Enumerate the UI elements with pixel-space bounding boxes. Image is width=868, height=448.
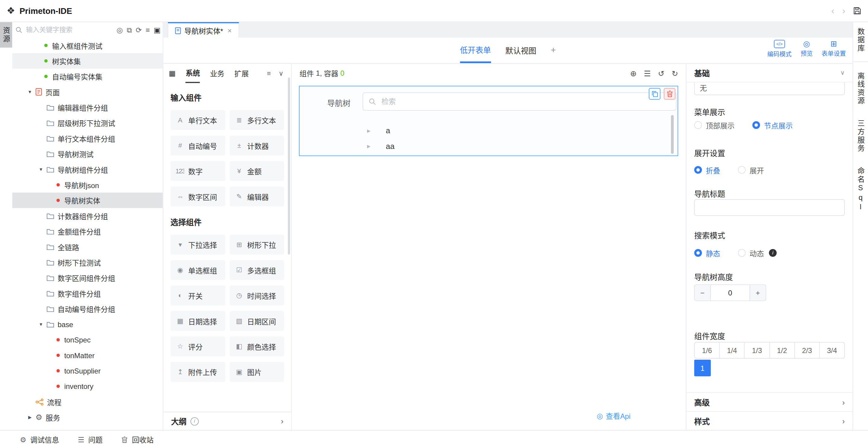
width-option[interactable]: 1/4 — [720, 342, 745, 358]
width-option[interactable]: 1/2 — [770, 342, 795, 358]
grid-icon[interactable]: ▦ — [169, 69, 176, 77]
document-tab[interactable]: 导航树实体* × — [168, 22, 239, 37]
rail-tab-named-sql[interactable]: 命名Sql — [855, 164, 866, 217]
tree-item[interactable]: 树形下拉测试 — [12, 254, 162, 270]
radio-option[interactable]: 动态i — [738, 248, 777, 258]
inspector-section-basic[interactable]: 基础 ∨ — [686, 64, 852, 82]
tree-item[interactable]: 树实体集 — [12, 53, 162, 68]
nav-title-input[interactable] — [694, 199, 845, 216]
inspector-section-advanced[interactable]: 高级 › — [686, 392, 852, 411]
palette-tab-extension[interactable]: 扩展 — [234, 64, 249, 83]
tree-item[interactable]: ▼ 导航树组件分组 — [12, 162, 162, 177]
save-icon[interactable] — [853, 7, 862, 15]
palette-item[interactable]: ▦日期选择 — [170, 311, 225, 331]
code-mode-button[interactable]: </> 编码模式 — [767, 40, 792, 58]
filter-icon[interactable]: ≡ — [146, 26, 150, 33]
palette-item[interactable]: ◧颜色选择 — [229, 337, 284, 356]
outline-bar[interactable]: 大纲 i › — [163, 412, 291, 430]
palette-item[interactable]: ☆评分 — [170, 337, 225, 356]
tree-item[interactable]: 层级树形下拉测试 — [12, 115, 162, 131]
info-icon[interactable]: i — [769, 249, 777, 257]
explorer-search-input[interactable] — [25, 25, 87, 34]
nav-tree-node[interactable]: ▶a — [363, 123, 671, 138]
tree-item[interactable]: inventory — [12, 378, 162, 394]
component-scrollbar[interactable] — [671, 115, 674, 154]
palette-item[interactable]: ▾下拉选择 — [170, 234, 225, 254]
radio-option[interactable]: 顶部展示 — [694, 120, 735, 130]
tree-item[interactable]: 导航树测试 — [12, 146, 162, 162]
palette-item[interactable]: ◐开关 — [170, 286, 225, 306]
width-option[interactable]: 1/6 — [694, 342, 720, 358]
inspector-section-style[interactable]: 样式 › — [686, 411, 852, 430]
width-option[interactable]: 3/4 — [820, 342, 845, 358]
width-option[interactable]: 1/3 — [745, 342, 770, 358]
palette-item[interactable]: ≣多行文本 — [229, 110, 284, 130]
tree-item[interactable]: 数字区间组件分组 — [12, 270, 162, 286]
palette-item[interactable]: A单行文本 — [170, 110, 225, 130]
chevron-right-icon[interactable]: ▶ — [27, 415, 33, 420]
tree-item[interactable]: 自动编号组件分组 — [12, 301, 162, 317]
tree-item-process[interactable]: 流程 — [12, 394, 162, 409]
menu-icon[interactable]: ≡ — [267, 69, 271, 77]
palette-item[interactable]: ↥附件上传 — [170, 362, 225, 382]
radio-option-selected[interactable]: 节点展示 — [752, 120, 793, 130]
palette-item[interactable]: ▧日期区间 — [229, 311, 284, 331]
tree-item-selected[interactable]: 导航树实体 — [12, 193, 162, 208]
tree-item[interactable]: 导航树json — [12, 177, 162, 192]
radio-option[interactable]: 展开 — [738, 165, 764, 175]
tree-list-icon[interactable]: ☰ — [644, 69, 651, 78]
delete-component-button[interactable] — [664, 88, 676, 100]
tree-item[interactable]: tonMatter — [12, 348, 162, 363]
chevron-down-icon[interactable]: ▼ — [27, 89, 33, 94]
palette-item[interactable]: ◷时间选择 — [229, 286, 284, 306]
tree-item[interactable]: 数字组件分组 — [12, 286, 162, 301]
palette-item[interactable]: 123数字 — [170, 161, 225, 181]
copy-component-button[interactable] — [649, 88, 660, 100]
rail-tab-database[interactable]: 数据库 — [855, 24, 866, 58]
package-icon[interactable]: ⧉ — [127, 26, 132, 33]
tree-item[interactable]: tonSpec — [12, 332, 162, 347]
view-tab-default-view[interactable]: 默认视图 — [505, 38, 536, 63]
close-icon[interactable]: × — [228, 26, 232, 35]
globe-icon[interactable]: ⊕ — [630, 69, 637, 78]
recycle-bin-button[interactable]: 回收站 — [122, 434, 154, 445]
chevron-down-icon[interactable]: ∨ — [279, 69, 283, 77]
palette-tab-business[interactable]: 业务 — [210, 64, 224, 83]
component-search-input[interactable] — [380, 97, 671, 106]
chevron-down-icon[interactable]: ∨ — [840, 69, 845, 76]
palette-item[interactable]: ¥金额 — [229, 161, 284, 181]
tree-item[interactable]: 单行文本组件分组 — [12, 131, 162, 146]
tree-item[interactable]: 计数器组件分组 — [12, 208, 162, 223]
ai-search-icon[interactable]: ◎ — [116, 26, 123, 33]
rail-tab-third-party-services[interactable]: 三方服务 — [855, 116, 866, 158]
form-settings-button[interactable]: ⊞ 表单设置 — [822, 40, 846, 58]
tree-item-pages[interactable]: ▼ 页面 — [12, 84, 162, 99]
nav-back-icon[interactable]: ‹ — [831, 6, 834, 15]
palette-scrollbar[interactable] — [288, 77, 290, 254]
problems-button[interactable]: ☰ 问题 — [78, 434, 102, 445]
undo-icon[interactable]: ↺ — [658, 69, 665, 78]
view-tab-lowcode-form[interactable]: 低开表单 — [460, 38, 491, 63]
component-search-box[interactable] — [363, 93, 677, 111]
radio-option-selected[interactable]: 静态 — [694, 248, 720, 258]
nav-tree-node[interactable]: ▶aa — [363, 138, 671, 154]
tree-item[interactable]: 输入框组件测试 — [12, 38, 162, 53]
rail-tab-offline-resources[interactable]: 离线资源 — [855, 69, 866, 110]
chevron-down-icon[interactable]: ▼ — [38, 322, 44, 327]
resources-rail-tab[interactable]: 资源 — [0, 22, 12, 47]
preview-button[interactable]: ◎ 预览 — [801, 40, 812, 58]
tree-item[interactable]: 自动编号实体集 — [12, 69, 162, 84]
tree-item-services[interactable]: ▶ ⚙ 服务 — [12, 409, 162, 425]
palette-item[interactable]: ◉单选框组 — [170, 260, 225, 280]
tree-item[interactable]: ▼ base — [12, 317, 162, 332]
partial-select-field[interactable]: 无 — [694, 82, 845, 95]
radio-option-selected[interactable]: 折叠 — [694, 165, 720, 175]
minus-button[interactable]: − — [695, 285, 711, 300]
chevron-down-icon[interactable]: ▼ — [38, 167, 44, 172]
panel-toggle-icon[interactable]: ▣ — [154, 26, 161, 33]
nav-forward-icon[interactable]: › — [842, 6, 845, 15]
tree-item[interactable]: 全链路 — [12, 239, 162, 254]
palette-item[interactable]: ⇔数字区间 — [170, 187, 225, 206]
palette-item[interactable]: ▣图片 — [229, 362, 284, 382]
tree-item[interactable]: 编辑器组件分组 — [12, 99, 162, 115]
